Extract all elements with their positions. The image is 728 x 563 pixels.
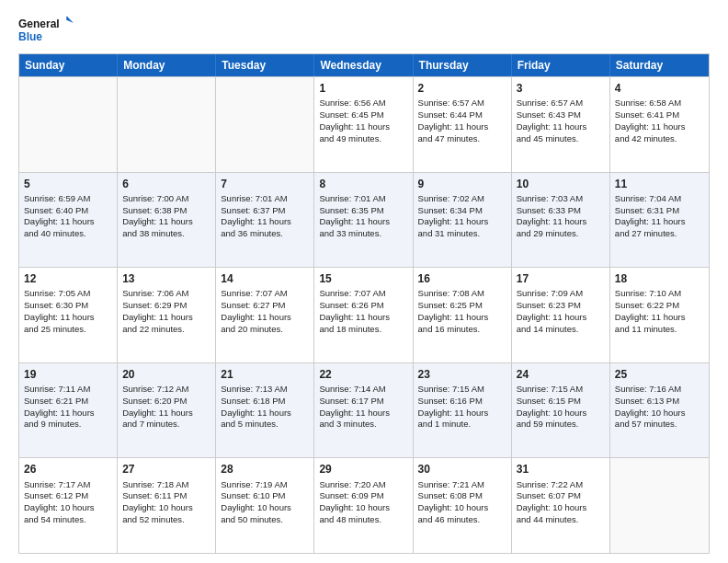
day-info: Sunrise: 6:56 AM bbox=[319, 98, 385, 108]
day-info: Daylight: 10 hours bbox=[24, 502, 95, 512]
day-info: and 1 minute. bbox=[418, 419, 472, 429]
day-info: Sunset: 6:37 PM bbox=[221, 205, 285, 215]
day-info: Daylight: 11 hours bbox=[418, 216, 489, 226]
calendar-header-cell: Monday bbox=[118, 54, 216, 76]
day-info: and 40 minutes. bbox=[24, 228, 86, 238]
day-number: 20 bbox=[122, 367, 210, 382]
calendar-cell: 26Sunrise: 7:17 AMSunset: 6:12 PMDayligh… bbox=[19, 458, 118, 553]
day-number: 5 bbox=[24, 177, 112, 191]
calendar-cell: 6Sunrise: 7:00 AMSunset: 6:38 PMDaylight… bbox=[118, 173, 216, 268]
day-number: 19 bbox=[24, 367, 112, 382]
day-info: Sunrise: 7:17 AM bbox=[24, 479, 90, 489]
svg-marker-2 bbox=[67, 17, 74, 23]
day-info: Sunrise: 7:10 AM bbox=[615, 288, 681, 298]
calendar-cell: 13Sunrise: 7:06 AMSunset: 6:29 PMDayligh… bbox=[118, 268, 216, 362]
day-info: and 48 minutes. bbox=[319, 514, 381, 524]
calendar-cell: 5Sunrise: 6:59 AMSunset: 6:40 PMDaylight… bbox=[19, 173, 118, 268]
day-info: and 25 minutes. bbox=[24, 324, 86, 334]
page-header: General Blue bbox=[18, 15, 710, 48]
day-info: Daylight: 11 hours bbox=[615, 121, 686, 132]
calendar-cell: 7Sunrise: 7:01 AMSunset: 6:37 PMDaylight… bbox=[216, 173, 314, 268]
calendar-week-row: 26Sunrise: 7:17 AMSunset: 6:12 PMDayligh… bbox=[19, 457, 709, 553]
day-info: Sunset: 6:11 PM bbox=[122, 490, 187, 500]
calendar: SundayMondayTuesdayWednesdayThursdayFrid… bbox=[18, 53, 710, 554]
day-info: Sunrise: 7:14 AM bbox=[319, 384, 385, 394]
calendar-cell: 2Sunrise: 6:57 AMSunset: 6:44 PMDaylight… bbox=[414, 77, 512, 172]
day-number: 3 bbox=[517, 81, 605, 96]
day-info: Sunset: 6:15 PM bbox=[517, 396, 581, 406]
day-info: Sunset: 6:30 PM bbox=[24, 300, 88, 310]
day-info: Sunrise: 6:59 AM bbox=[24, 193, 90, 203]
calendar-cell: 15Sunrise: 7:07 AMSunset: 6:26 PMDayligh… bbox=[314, 268, 413, 362]
calendar-cell: 29Sunrise: 7:20 AMSunset: 6:09 PMDayligh… bbox=[314, 458, 413, 553]
calendar-header-cell: Thursday bbox=[414, 54, 512, 76]
day-info: Sunset: 6:18 PM bbox=[221, 396, 285, 406]
day-info: Sunset: 6:09 PM bbox=[319, 490, 383, 500]
day-info: Sunset: 6:38 PM bbox=[122, 205, 187, 215]
logo: General Blue bbox=[18, 15, 74, 48]
day-info: Sunset: 6:12 PM bbox=[24, 490, 88, 500]
day-info: Daylight: 11 hours bbox=[615, 216, 686, 226]
day-info: Sunrise: 7:11 AM bbox=[24, 384, 90, 394]
day-info: Sunset: 6:22 PM bbox=[615, 300, 679, 310]
day-info: Daylight: 10 hours bbox=[517, 502, 587, 512]
day-number: 24 bbox=[517, 367, 605, 382]
day-info: Daylight: 10 hours bbox=[221, 502, 291, 512]
calendar-cell: 30Sunrise: 7:21 AMSunset: 6:08 PMDayligh… bbox=[414, 458, 512, 553]
calendar-week-row: 1Sunrise: 6:56 AMSunset: 6:45 PMDaylight… bbox=[19, 76, 709, 172]
day-info: Sunrise: 7:02 AM bbox=[418, 193, 484, 203]
calendar-header-cell: Friday bbox=[512, 54, 610, 76]
calendar-cell: 31Sunrise: 7:22 AMSunset: 6:07 PMDayligh… bbox=[512, 458, 610, 553]
day-info: Sunset: 6:26 PM bbox=[319, 300, 383, 310]
day-number: 28 bbox=[221, 462, 309, 477]
day-info: Sunrise: 7:03 AM bbox=[517, 193, 583, 203]
calendar-week-row: 5Sunrise: 6:59 AMSunset: 6:40 PMDaylight… bbox=[19, 172, 709, 268]
day-info: Daylight: 11 hours bbox=[24, 408, 95, 418]
day-info: Daylight: 11 hours bbox=[517, 121, 587, 132]
calendar-cell: 14Sunrise: 7:07 AMSunset: 6:27 PMDayligh… bbox=[216, 268, 314, 362]
calendar-cell bbox=[216, 77, 314, 172]
day-info: and 3 minutes. bbox=[319, 419, 376, 429]
day-info: Sunset: 6:41 PM bbox=[615, 109, 679, 120]
day-number: 22 bbox=[319, 367, 407, 382]
calendar-cell: 8Sunrise: 7:01 AMSunset: 6:35 PMDaylight… bbox=[314, 173, 413, 268]
calendar-header-cell: Sunday bbox=[19, 54, 118, 76]
day-info: and 5 minutes. bbox=[221, 419, 278, 429]
day-info: Sunset: 6:45 PM bbox=[319, 109, 383, 120]
day-info: Sunrise: 7:07 AM bbox=[221, 288, 287, 298]
day-info: Daylight: 11 hours bbox=[319, 408, 390, 418]
day-info: Daylight: 10 hours bbox=[319, 502, 390, 512]
day-info: Daylight: 10 hours bbox=[418, 502, 489, 512]
day-info: and 54 minutes. bbox=[24, 514, 86, 524]
day-info: Daylight: 11 hours bbox=[517, 312, 587, 322]
day-info: Daylight: 10 hours bbox=[517, 408, 587, 418]
day-info: Sunset: 6:35 PM bbox=[319, 205, 383, 215]
day-number: 30 bbox=[418, 462, 506, 477]
day-info: Sunrise: 7:06 AM bbox=[122, 288, 188, 298]
day-info: Sunrise: 7:01 AM bbox=[221, 193, 287, 203]
day-number: 25 bbox=[615, 367, 704, 382]
day-info: Sunrise: 7:01 AM bbox=[319, 193, 385, 203]
day-info: Sunrise: 7:22 AM bbox=[517, 479, 583, 489]
calendar-cell: 10Sunrise: 7:03 AMSunset: 6:33 PMDayligh… bbox=[512, 173, 610, 268]
calendar-cell: 3Sunrise: 6:57 AMSunset: 6:43 PMDaylight… bbox=[512, 77, 610, 172]
day-info: Sunrise: 7:13 AM bbox=[221, 384, 287, 394]
day-info: Sunset: 6:34 PM bbox=[418, 205, 483, 215]
day-info: and 44 minutes. bbox=[517, 514, 579, 524]
day-number: 7 bbox=[221, 177, 309, 191]
day-number: 27 bbox=[122, 462, 210, 477]
calendar-cell: 1Sunrise: 6:56 AMSunset: 6:45 PMDaylight… bbox=[314, 77, 413, 172]
day-info: Sunset: 6:07 PM bbox=[517, 490, 581, 500]
day-number: 6 bbox=[122, 177, 210, 191]
day-number: 10 bbox=[517, 177, 605, 191]
calendar-cell: 18Sunrise: 7:10 AMSunset: 6:22 PMDayligh… bbox=[610, 268, 709, 362]
calendar-header-cell: Tuesday bbox=[216, 54, 314, 76]
day-info: Sunrise: 7:20 AM bbox=[319, 479, 385, 489]
calendar-week-row: 19Sunrise: 7:11 AMSunset: 6:21 PMDayligh… bbox=[19, 362, 709, 458]
day-number: 13 bbox=[122, 271, 210, 286]
day-info: and 7 minutes. bbox=[122, 419, 179, 429]
day-info: Sunset: 6:21 PM bbox=[24, 396, 88, 406]
calendar-cell: 27Sunrise: 7:18 AMSunset: 6:11 PMDayligh… bbox=[118, 458, 216, 553]
day-info: Sunset: 6:44 PM bbox=[418, 109, 483, 120]
day-info: Sunrise: 7:08 AM bbox=[418, 288, 484, 298]
